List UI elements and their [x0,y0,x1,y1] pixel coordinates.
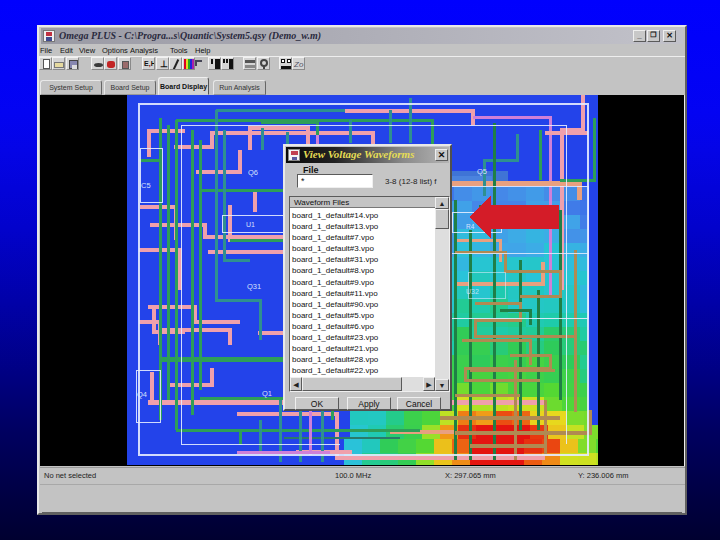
svg-text:Q5: Q5 [477,167,487,176]
svg-text:C5: C5 [141,181,151,190]
svg-text:Q4: Q4 [137,390,147,399]
svg-text:Q31: Q31 [247,282,261,291]
svg-text:R4: R4 [466,223,475,230]
svg-text:Q6: Q6 [248,168,258,177]
svg-text:U1: U1 [246,221,255,228]
svg-text:Q1: Q1 [262,389,272,398]
svg-text:U32: U32 [466,288,479,295]
